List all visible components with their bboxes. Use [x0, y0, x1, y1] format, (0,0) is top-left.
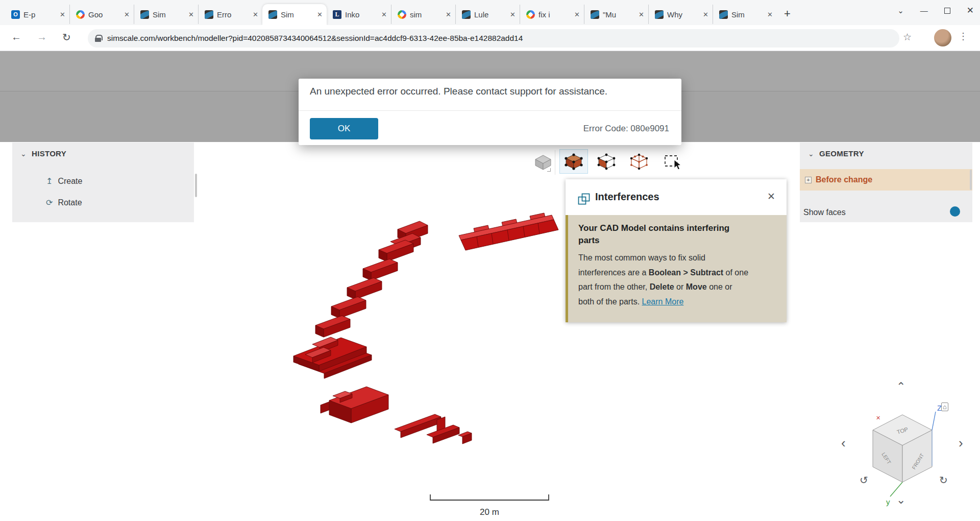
browser-tab[interactable]: Erro ✕: [198, 5, 262, 24]
tab-search-chevron-icon[interactable]: ⌄: [897, 6, 904, 15]
tab-title: Sim: [281, 10, 313, 19]
tab-close-icon[interactable]: ✕: [639, 11, 644, 18]
tab-close-icon[interactable]: ✕: [446, 11, 451, 18]
tab-close-icon[interactable]: ✕: [510, 11, 516, 18]
reload-button[interactable]: ↻: [62, 31, 71, 43]
ok-button[interactable]: OK: [310, 118, 378, 139]
error-dialog: An unexpected error occurred. Please con…: [299, 79, 681, 145]
dialog-divider: [299, 110, 681, 111]
google-favicon: [398, 10, 406, 19]
new-tab-button[interactable]: +: [784, 7, 791, 25]
browser-tab[interactable]: "Mu ✕: [584, 5, 648, 24]
select-mode-solid-button[interactable]: [531, 150, 555, 175]
select-mode-face-button[interactable]: [592, 149, 621, 174]
warning-body: The most common ways to fix solid interf…: [578, 251, 749, 309]
omnibox[interactable]: [88, 29, 899, 48]
history-item-rotate[interactable]: ⟳ Rotate: [46, 198, 82, 207]
tab-close-icon[interactable]: ✕: [60, 11, 65, 18]
browser-tab[interactable]: Sim ✕: [713, 5, 777, 24]
simscale-favicon: [268, 10, 277, 19]
axis-x-marker: ✕: [876, 415, 880, 421]
letter-l-favicon: L: [333, 10, 341, 19]
tab-close-icon[interactable]: ✕: [703, 11, 708, 18]
history-item-label: Create: [58, 177, 82, 186]
window-minimize-button[interactable]: —: [920, 6, 928, 15]
history-item-create[interactable]: ↥ Create: [46, 176, 82, 186]
before-change-label: Before change: [816, 175, 872, 184]
tab-title: Goo: [88, 10, 120, 19]
browser-tab[interactable]: fix i ✕: [520, 5, 584, 24]
browser-tab[interactable]: O E-p ✕: [5, 5, 69, 24]
geometry-scrollbar[interactable]: [970, 170, 972, 190]
screen: O E-p ✕ Goo ✕ Sim ✕ Erro ✕ Sim: [0, 0, 980, 521]
simscale-favicon: [462, 10, 471, 19]
warning-title: Your CAD Model contains interfering part…: [578, 222, 749, 247]
show-faces-toggle[interactable]: [950, 206, 960, 217]
bookmark-star-icon[interactable]: ☆: [903, 31, 912, 43]
tab-title: Inko: [345, 10, 378, 19]
browser-tab[interactable]: Lule ✕: [455, 5, 520, 24]
browser-tab[interactable]: Why ✕: [648, 5, 713, 24]
mouse-cursor: [674, 159, 682, 173]
geometry-tree-item-before-change[interactable]: + Before change: [800, 169, 972, 191]
select-mode-edge-button[interactable]: [625, 149, 653, 174]
browser-tab[interactable]: Goo ✕: [69, 5, 134, 24]
rotate-step-icon: ⟳: [46, 198, 53, 207]
nav-cube[interactable]: TOP LEFT FRONT Z y ✕: [873, 404, 942, 506]
tab-title: sim: [410, 10, 442, 19]
tab-title: "Mu: [603, 10, 635, 19]
browser-menu-kebab-icon[interactable]: ⋮: [959, 31, 968, 42]
learn-more-link[interactable]: Learn More: [642, 297, 684, 306]
scale-bar-label: 20 m: [480, 507, 499, 517]
tab-title: Erro: [217, 10, 249, 19]
tab-close-icon[interactable]: ✕: [381, 11, 387, 18]
google-favicon: [76, 10, 85, 19]
tab-close-icon[interactable]: ✕: [317, 11, 323, 18]
url-input[interactable]: [107, 34, 822, 43]
browser-tab-bar: O E-p ✕ Goo ✕ Sim ✕ Erro ✕ Sim: [0, 0, 980, 25]
collapse-chevron-icon[interactable]: ⌄: [20, 150, 27, 158]
lock-icon: [95, 35, 101, 42]
tab-title: E-p: [23, 10, 56, 19]
interferences-warning: Your CAD Model contains interfering part…: [566, 215, 787, 322]
history-scrollbar[interactable]: [195, 174, 197, 197]
view-rotate-left-button[interactable]: ‹: [841, 435, 846, 451]
roll-ccw-button[interactable]: ↺: [860, 474, 868, 486]
browser-tab-active[interactable]: Sim ✕: [262, 4, 327, 25]
window-close-button[interactable]: ✕: [967, 5, 974, 16]
home-view-button[interactable]: ⌂: [941, 402, 948, 411]
geometry-panel-title: GEOMETRY: [819, 149, 864, 158]
create-step-icon: ↥: [46, 176, 53, 186]
interferences-panel: Interferences ✕ Your CAD Model contains …: [566, 179, 787, 322]
show-faces-label: Show faces: [803, 208, 846, 217]
expand-plus-icon[interactable]: +: [805, 177, 812, 183]
tab-close-icon[interactable]: ✕: [574, 11, 580, 18]
roll-cw-button[interactable]: ↻: [939, 474, 948, 486]
tab-close-icon[interactable]: ✕: [124, 11, 130, 18]
window-maximize-button[interactable]: [944, 8, 950, 14]
tab-close-icon[interactable]: ✕: [188, 11, 194, 18]
forward-button[interactable]: →: [37, 31, 47, 43]
view-rotate-down-button[interactable]: ⌄: [896, 493, 905, 507]
axis-y-label: y: [886, 498, 890, 506]
browser-tab[interactable]: Sim ✕: [134, 5, 198, 24]
simscale-favicon: [591, 10, 599, 19]
browser-url-bar: ← → ↻ ☆ ⋮: [0, 25, 980, 51]
collapse-chevron-icon[interactable]: ⌄: [808, 150, 814, 158]
tab-title: Sim: [153, 10, 185, 19]
close-icon[interactable]: ✕: [767, 191, 775, 202]
select-mode-body-button[interactable]: [559, 149, 588, 174]
viewport-3d[interactable]: 20 m TOP LEFT FRONT Z y ✕: [0, 142, 980, 521]
browser-tab[interactable]: L Inko ✕: [327, 5, 391, 24]
browser-profile-avatar[interactable]: [934, 29, 951, 46]
back-button[interactable]: ←: [11, 31, 21, 43]
tab-close-icon[interactable]: ✕: [253, 11, 258, 18]
history-panel: ⌄ HISTORY ↥ Create ⟳ Rotate: [12, 143, 194, 222]
tab-title: Sim: [731, 10, 764, 19]
view-rotate-right-button[interactable]: ›: [959, 435, 963, 451]
simscale-favicon: [655, 10, 664, 19]
tab-close-icon[interactable]: ✕: [767, 11, 773, 18]
view-rotate-up-button[interactable]: ⌃: [896, 380, 905, 393]
browser-tab[interactable]: sim ✕: [391, 5, 455, 24]
simscale-favicon: [205, 10, 213, 19]
